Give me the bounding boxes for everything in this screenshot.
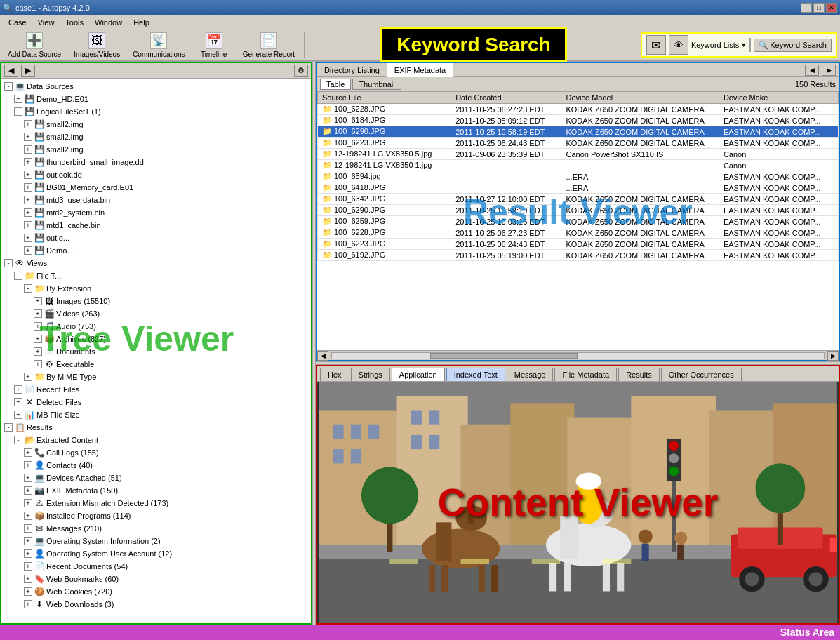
result-scrollbar[interactable]: ◀ ▶ xyxy=(317,350,839,360)
tree-expand-btn[interactable]: + xyxy=(24,373,32,381)
tree-node-osinfo[interactable]: +💻Operating System Information (2) xyxy=(3,535,309,547)
close-button[interactable]: ✕ xyxy=(826,3,837,13)
tree-expand-btn[interactable]: + xyxy=(24,587,32,596)
tree-expand-btn[interactable]: + xyxy=(24,562,32,571)
tree-node-audio[interactable]: +🎵Audio (753) xyxy=(3,320,309,333)
eye-icon[interactable]: 👁 xyxy=(669,35,688,55)
tree-node-results[interactable]: -📋Results xyxy=(3,421,309,434)
tree-expand-btn[interactable]: - xyxy=(4,423,13,432)
tree-expand-btn[interactable]: + xyxy=(24,196,32,204)
tab-hex[interactable]: Hex xyxy=(320,368,349,381)
tree-node-deletedfiles[interactable]: +✕Deleted Files xyxy=(3,396,309,408)
tree-node-installed[interactable]: +📦Installed Programs (114) xyxy=(3,509,309,522)
tree-expand-btn[interactable]: + xyxy=(24,549,32,558)
tab-indexed-text[interactable]: Indexed Text xyxy=(446,368,505,381)
table-row[interactable]: 📁100_6192.JPG2011-10-25 05:19:00 EDTKODA… xyxy=(318,250,839,261)
tree-expand-btn[interactable]: + xyxy=(24,208,32,217)
tree-node-bymime[interactable]: +📁By MIME Type xyxy=(3,371,309,383)
tree-expand-btn[interactable]: - xyxy=(4,82,13,91)
subtab-thumbnail[interactable]: Thumbnail xyxy=(352,79,401,90)
tree-expand-btn[interactable]: + xyxy=(34,297,42,305)
tree-expand-btn[interactable]: - xyxy=(4,259,13,267)
tree-node-small2[interactable]: +💾small2.img xyxy=(3,131,309,143)
timeline-button[interactable]: 📅 Timeline xyxy=(193,30,235,60)
result-prev-button[interactable]: ◀ xyxy=(805,65,819,76)
tree-expand-btn[interactable]: + xyxy=(14,398,22,406)
scroll-right-btn[interactable]: ▶ xyxy=(827,351,839,361)
tree-node-demo_hd[interactable]: +💾Demo_HD.E01 xyxy=(3,93,309,105)
tree-node-outlook[interactable]: +💾outlook.dd xyxy=(3,168,309,181)
tree-node-webdownloads[interactable]: +⬇Web Downloads (3) xyxy=(3,598,309,611)
tree-expand-btn[interactable]: + xyxy=(24,448,32,457)
tree-expand-btn[interactable]: + xyxy=(34,347,42,356)
tree-expand-btn[interactable]: - xyxy=(14,107,22,116)
tree-node-byext[interactable]: -📁By Extension xyxy=(3,282,309,295)
tree-expand-btn[interactable]: - xyxy=(14,436,22,444)
table-row[interactable]: 📁12-198241 LG VX8350 5.jpg2011-09-06 23:… xyxy=(318,149,839,160)
tree-node-logical1[interactable]: -💾LogicalFileSet1 (1) xyxy=(3,105,309,118)
images-videos-button[interactable]: 🖼 Images/Videos xyxy=(69,30,125,60)
tree-expand-btn[interactable]: + xyxy=(34,309,42,318)
tree-expand-btn[interactable]: + xyxy=(24,524,32,533)
tree-node-outlo[interactable]: +💾outlo... xyxy=(3,232,309,244)
tree-expand-btn[interactable]: + xyxy=(24,499,32,507)
tree-node-devices[interactable]: +💻Devices Attached (51) xyxy=(3,472,309,484)
keyword-search-button[interactable]: 🔍 Keyword Search xyxy=(754,39,832,52)
tree-node-recentdocs[interactable]: +📄Recent Documents (54) xyxy=(3,560,309,573)
keyword-lists-button[interactable]: Keyword Lists ▼ xyxy=(691,41,747,49)
tree-content[interactable]: -💻Data Sources+💾Demo_HD.E01-💾LogicalFile… xyxy=(1,79,311,623)
tree-node-views[interactable]: -👁Views xyxy=(3,257,309,269)
tree-node-extracted[interactable]: -📂Extracted Content xyxy=(3,434,309,446)
tree-expand-btn[interactable]: + xyxy=(24,474,32,482)
tree-expand-btn[interactable]: + xyxy=(24,133,32,141)
tree-node-extension[interactable]: +⚠Extension Mismatch Detected (173) xyxy=(3,497,309,509)
table-row[interactable]: 📁100_6223.JPG2011-10-25 06:24:43 EDTKODA… xyxy=(318,239,839,250)
table-row[interactable]: 📁100_6418.JPG...ERAEASTMAN KODAK COMP... xyxy=(318,182,839,194)
table-row[interactable]: 📁100_6223.JPG2011-10-25 06:24:43 EDTKODA… xyxy=(318,138,839,149)
back-button[interactable]: ◀ xyxy=(4,65,18,77)
tree-node-demo2[interactable]: +💾Demo... xyxy=(3,244,309,257)
result-table-scroll[interactable]: Source File Date Created Device Model De… xyxy=(317,91,839,350)
tree-node-small3[interactable]: +💾small2.img xyxy=(3,143,309,156)
forward-button[interactable]: ▶ xyxy=(21,65,35,77)
menu-case[interactable]: Case xyxy=(3,17,32,28)
menu-tools[interactable]: Tools xyxy=(60,17,89,28)
menu-view[interactable]: View xyxy=(32,17,60,28)
result-next-button[interactable]: ▶ xyxy=(822,65,836,76)
tree-expand-btn[interactable]: + xyxy=(24,512,32,520)
communications-button[interactable]: 📡 Communications xyxy=(128,30,189,60)
table-row[interactable]: 📁100_6184.JPG2011-10-25 05:09:12 EDTKODA… xyxy=(318,115,839,126)
tree-node-bg01[interactable]: +💾BG01_Memory_card.E01 xyxy=(3,181,309,194)
tree-node-exifmeta[interactable]: +📷EXIF Metadata (150) xyxy=(3,484,309,497)
table-row[interactable]: 📁100_6228.JPG2011-10-25 06:27:23 EDTKODA… xyxy=(318,104,839,115)
col-device-make[interactable]: Device Make xyxy=(719,92,838,104)
tree-node-filesize[interactable]: +📊MB File Size xyxy=(3,408,309,421)
tree-node-archives[interactable]: +📦Archives (827) xyxy=(3,333,309,345)
scroll-left-btn[interactable]: ◀ xyxy=(317,351,328,361)
tree-expand-btn[interactable]: + xyxy=(24,461,32,469)
tab-file-metadata[interactable]: File Metadata xyxy=(554,368,617,381)
tree-node-webbookmarks[interactable]: +🔖Web Bookmarks (60) xyxy=(3,573,309,585)
tab-results[interactable]: Results xyxy=(618,368,660,381)
tab-directory-listing[interactable]: Directory Listing xyxy=(317,63,387,77)
menu-window[interactable]: Window xyxy=(89,17,128,28)
table-row[interactable]: 📁100_6290.JPG2011-10-25 10:58:19 EDTKODA… xyxy=(318,126,839,138)
maximize-button[interactable]: □ xyxy=(813,3,825,13)
tree-node-osuser[interactable]: +👤Operating System User Account (12) xyxy=(3,547,309,560)
tree-expand-btn[interactable]: + xyxy=(24,158,32,166)
minimize-button[interactable]: _ xyxy=(801,3,812,13)
tree-node-filet[interactable]: -📁File T... xyxy=(3,269,309,282)
tree-expand-btn[interactable]: + xyxy=(24,234,32,242)
tree-node-executables[interactable]: +⚙Executable xyxy=(3,358,309,371)
tab-exif-metadata[interactable]: EXIF Metadata xyxy=(387,63,453,77)
tree-expand-btn[interactable]: + xyxy=(24,486,32,495)
settings-icon[interactable]: ⚙ xyxy=(294,65,308,77)
tab-message[interactable]: Message xyxy=(507,368,554,381)
tree-expand-btn[interactable]: + xyxy=(24,600,32,608)
tree-node-webcookies[interactable]: +🍪Web Cookies (720) xyxy=(3,585,309,598)
tab-application[interactable]: Application xyxy=(392,368,445,381)
table-row[interactable]: 📁12-198241 LG VX8350 1.jpgCanon xyxy=(318,160,839,171)
tree-expand-btn[interactable]: + xyxy=(24,221,32,229)
tree-expand-btn[interactable]: + xyxy=(24,171,32,179)
tree-node-recentfiles[interactable]: +📄Recent Files xyxy=(3,383,309,396)
